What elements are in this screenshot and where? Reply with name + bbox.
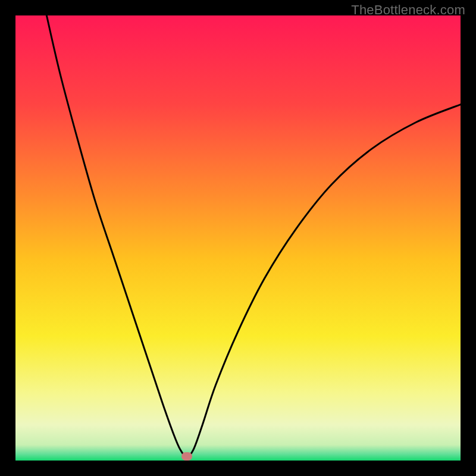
watermark-text: TheBottleneck.com (351, 2, 465, 18)
chart-frame: TheBottleneck.com (0, 0, 476, 476)
gradient-background (15, 15, 461, 461)
plot-area (15, 15, 461, 461)
result-marker (181, 452, 192, 461)
svg-rect-0 (15, 15, 461, 461)
